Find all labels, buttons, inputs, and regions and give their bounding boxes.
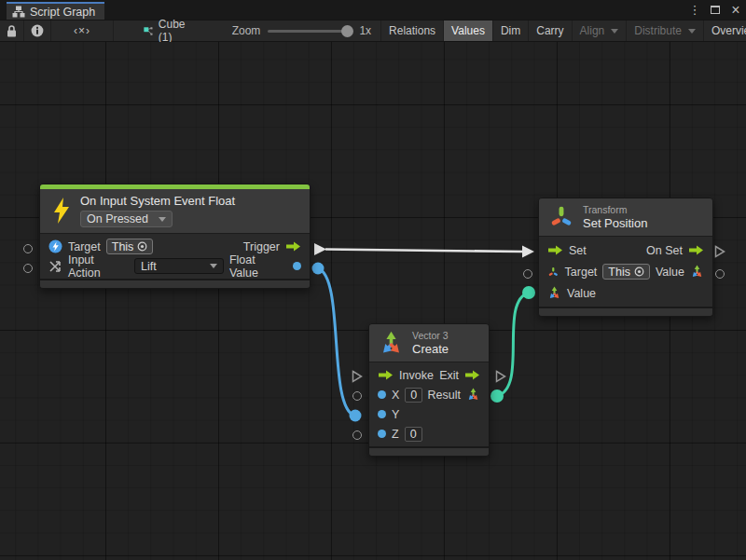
wire-floatvalue-to-y[interactable] xyxy=(318,268,354,416)
transform-onset-output-port[interactable] xyxy=(714,245,725,261)
invoke-label: Invoke xyxy=(399,369,434,382)
event-target-chip[interactable]: This xyxy=(106,239,154,254)
flow-arrow-icon[interactable] xyxy=(688,245,704,255)
float-value-output-port[interactable] xyxy=(312,263,325,275)
transform-target-input-port[interactable] xyxy=(523,269,532,279)
vector-node-title: Create xyxy=(412,342,449,356)
kebab-menu-icon[interactable]: ⋮ xyxy=(688,4,701,17)
zoom-slider-handle[interactable] xyxy=(341,25,353,37)
toolbar-toggles: Relations Values Dim Carry Align Distrib… xyxy=(380,20,746,41)
dim-label: Dim xyxy=(501,24,520,37)
transform-target-chip[interactable]: This xyxy=(602,264,650,280)
info-icon xyxy=(31,24,44,37)
lock-button[interactable] xyxy=(0,20,24,41)
lightning-icon xyxy=(51,197,72,225)
transform-node-title: Set Position xyxy=(583,216,647,230)
zoom-slider[interactable] xyxy=(268,30,352,33)
target-icon xyxy=(634,266,644,277)
close-icon[interactable]: × xyxy=(729,4,742,17)
dim-button[interactable]: Dim xyxy=(493,20,529,41)
inspect-button[interactable] xyxy=(24,20,51,41)
vector3-icon[interactable] xyxy=(690,265,704,279)
vector-z-row: Z 0 xyxy=(369,424,489,444)
result-label: Result xyxy=(428,389,461,402)
tab-label: Script Graph xyxy=(30,6,95,19)
variables-button[interactable]: ‹×› xyxy=(51,20,114,41)
transform-node-header: Transform Set Position xyxy=(539,198,712,236)
z-value-field[interactable]: 0 xyxy=(405,427,422,442)
align-button[interactable]: Align xyxy=(573,20,628,41)
vector-invoke-input-port[interactable] xyxy=(352,370,363,386)
flow-arrow-icon[interactable] xyxy=(464,370,480,380)
zoom-label: Zoom xyxy=(232,24,261,37)
flow-arrow-icon[interactable] xyxy=(547,245,563,255)
event-mode-dropdown[interactable]: On Pressed xyxy=(80,211,173,227)
node-on-input-system-event-float[interactable]: On Input System Event Float On Pressed T… xyxy=(39,184,311,289)
vector3-icon[interactable] xyxy=(547,286,561,300)
variables-icon: ‹×› xyxy=(74,24,90,37)
input-action-dropdown[interactable]: Lift xyxy=(134,258,224,274)
values-button[interactable]: Values xyxy=(444,20,493,41)
event-target-value: This xyxy=(112,240,134,253)
breadcrumb[interactable]: Cube (1) xyxy=(134,20,199,41)
input-action-icon xyxy=(48,260,62,273)
tab-script-graph[interactable]: Script Graph xyxy=(7,2,104,20)
node-transform-set-position[interactable]: Transform Set Position Set On Set xyxy=(538,198,713,317)
event-node-title: On Input System Event Float xyxy=(80,194,235,208)
overview-label: Overview xyxy=(711,24,746,37)
z-value: 0 xyxy=(410,428,417,441)
flow-arrow-icon[interactable] xyxy=(285,241,301,252)
transform-node-footer xyxy=(539,307,712,316)
vector3-icon[interactable] xyxy=(466,388,480,402)
z-port-dot[interactable] xyxy=(378,430,386,438)
vector-x-input-port[interactable] xyxy=(352,391,362,401)
graph-icon xyxy=(12,6,25,18)
x-value-field[interactable]: 0 xyxy=(405,388,421,403)
vector-invoke-row: Invoke Exit xyxy=(369,365,489,385)
vector-exit-output-port[interactable] xyxy=(495,370,506,386)
graph-canvas[interactable]: On Input System Event Float On Pressed T… xyxy=(0,42,746,560)
y-label: Y xyxy=(392,408,399,421)
zoom-value: 1x xyxy=(359,24,371,37)
vector-z-input-port[interactable] xyxy=(352,430,362,440)
align-label: Align xyxy=(580,24,605,37)
event-action-input-port[interactable] xyxy=(23,264,33,273)
vector-x-row: X 0 Result xyxy=(369,385,489,404)
event-target-input-port[interactable] xyxy=(23,244,33,253)
distribute-button[interactable]: Distribute xyxy=(627,20,704,41)
result-output-port[interactable] xyxy=(490,389,504,403)
vector3-icon xyxy=(379,331,404,356)
transform-value-row: Value xyxy=(539,282,712,304)
chevron-down-icon xyxy=(210,264,217,268)
value-output-label: Value xyxy=(656,266,684,279)
relations-button[interactable]: Relations xyxy=(380,20,444,41)
node-vector3-create[interactable]: Vector 3 Create Invoke Exit X xyxy=(368,323,490,457)
event-mode-value: On Pressed xyxy=(87,212,148,225)
on-set-label: On Set xyxy=(646,244,683,257)
chevron-down-icon xyxy=(611,29,618,34)
maximize-box xyxy=(711,6,720,14)
vector-y-row: Y xyxy=(369,404,489,424)
transform-value-output-port[interactable] xyxy=(715,269,725,279)
event-action-label: Input Action xyxy=(68,253,129,280)
overview-button[interactable]: Overview xyxy=(704,20,746,41)
maximize-icon[interactable] xyxy=(709,4,722,17)
flow-arrow-icon[interactable] xyxy=(378,370,394,380)
value-input-port[interactable] xyxy=(522,286,535,299)
float-value-dot[interactable] xyxy=(293,262,301,270)
transform-node-category: Transform xyxy=(583,204,647,215)
breadcrumb-label: Cube (1) xyxy=(159,18,189,44)
window-controls: ⋮ × xyxy=(688,2,742,18)
x-port-dot[interactable] xyxy=(378,390,386,399)
x-label: X xyxy=(392,389,399,402)
y-input-port[interactable] xyxy=(350,410,362,422)
graph-breadcrumb-icon xyxy=(144,25,153,37)
trigger-output-port[interactable] xyxy=(314,243,326,255)
wire-trigger-to-set[interactable] xyxy=(325,250,523,253)
y-port-dot[interactable] xyxy=(378,410,386,418)
transform-icon[interactable] xyxy=(547,266,560,279)
vector-node-footer xyxy=(369,446,489,456)
event-action-row: Input Action Lift Float Value xyxy=(40,256,310,276)
vector-node-header: Vector 3 Create xyxy=(369,324,489,362)
carry-button[interactable]: Carry xyxy=(529,20,572,41)
